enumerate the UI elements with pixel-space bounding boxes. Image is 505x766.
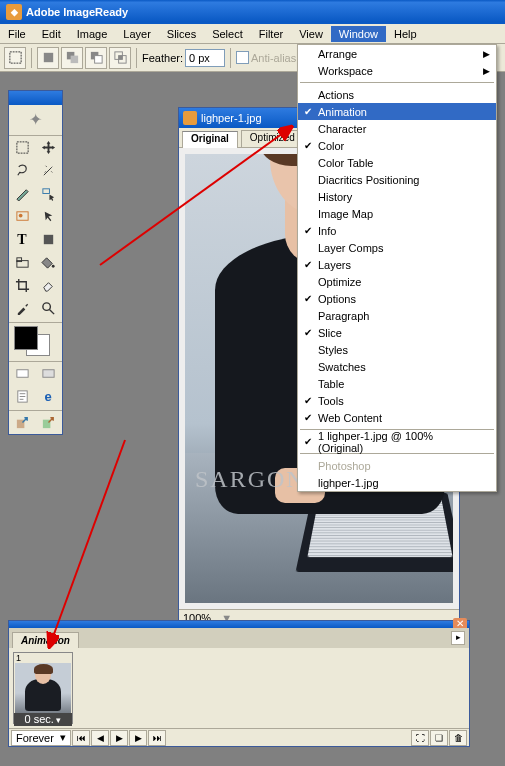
menu-image[interactable]: Image: [69, 26, 116, 42]
marquee-tool-icon[interactable]: [4, 47, 26, 69]
svg-point-17: [42, 303, 50, 311]
svg-rect-1: [43, 53, 52, 62]
menu-item-swatches[interactable]: Swatches: [298, 358, 496, 375]
eyedropper-tool[interactable]: [9, 297, 35, 320]
menu-item-color[interactable]: ✔Color: [298, 137, 496, 154]
menu-item-slice[interactable]: ✔Slice: [298, 324, 496, 341]
menu-item-image-map[interactable]: Image Map: [298, 205, 496, 222]
paint-bucket-tool[interactable]: [35, 251, 61, 274]
eraser-tool[interactable]: [35, 274, 61, 297]
menu-item-tools[interactable]: ✔Tools: [298, 392, 496, 409]
menu-item-workspace[interactable]: Workspace▶: [298, 62, 496, 79]
zoom-tool[interactable]: [35, 297, 61, 320]
menu-edit[interactable]: Edit: [34, 26, 69, 42]
sel-add-icon[interactable]: [61, 47, 83, 69]
svg-rect-19: [42, 370, 53, 378]
svg-rect-11: [16, 212, 27, 220]
menu-item-options[interactable]: ✔Options: [298, 290, 496, 307]
animation-frames: 1 0 sec. ▾: [9, 648, 469, 728]
type-tool[interactable]: T: [9, 228, 35, 251]
move-tool[interactable]: [35, 136, 61, 159]
tab-original[interactable]: Original: [182, 131, 238, 148]
menubar: File Edit Image Layer Slices Select Filt…: [0, 24, 505, 44]
app-icon: ◆: [6, 4, 22, 20]
loop-selector[interactable]: Forever▾: [11, 730, 71, 746]
sel-new-icon[interactable]: [37, 47, 59, 69]
menu-item-styles[interactable]: Styles: [298, 341, 496, 358]
menu-item-paragraph[interactable]: Paragraph: [298, 307, 496, 324]
menu-file[interactable]: File: [0, 26, 34, 42]
menu-item-actions[interactable]: Actions: [298, 86, 496, 103]
prev-frame-button[interactable]: ◀: [91, 730, 109, 746]
feather-label: Feather:: [142, 52, 183, 64]
menu-item-web-content[interactable]: ✔Web Content: [298, 409, 496, 426]
svg-rect-18: [16, 370, 27, 378]
last-frame-button[interactable]: ⏭: [148, 730, 166, 746]
frame-number: 1: [14, 653, 72, 663]
color-swatches[interactable]: [9, 323, 62, 359]
slice-select-tool[interactable]: [35, 182, 61, 205]
toolbox-titlebar[interactable]: [9, 91, 62, 105]
delete-frame-button[interactable]: 🗑: [449, 730, 467, 746]
app-title: Adobe ImageReady: [26, 6, 128, 18]
menu-item-animation[interactable]: ✔Animation: [298, 103, 496, 120]
menu-item-table[interactable]: Table: [298, 375, 496, 392]
rollover-over-icon[interactable]: [35, 362, 61, 385]
animation-tab[interactable]: Animation: [12, 632, 79, 648]
jump-other-icon[interactable]: [35, 411, 61, 434]
tween-button[interactable]: ⛶: [411, 730, 429, 746]
menu-item-character[interactable]: Character: [298, 120, 496, 137]
slice-tool[interactable]: [9, 182, 35, 205]
menu-item-layers[interactable]: ✔Layers: [298, 256, 496, 273]
menu-view[interactable]: View: [291, 26, 331, 42]
sel-sub-icon[interactable]: [85, 47, 107, 69]
svg-rect-13: [43, 235, 52, 244]
menu-slices[interactable]: Slices: [159, 26, 204, 42]
play-button[interactable]: ▶: [110, 730, 128, 746]
menu-window[interactable]: Window: [331, 26, 386, 42]
crop-tool[interactable]: [9, 274, 35, 297]
image-map-select-tool[interactable]: [35, 205, 61, 228]
menu-item-history[interactable]: History: [298, 188, 496, 205]
menu-item-color-table[interactable]: Color Table: [298, 154, 496, 171]
menu-item-layer-comps[interactable]: Layer Comps: [298, 239, 496, 256]
antialias-checkbox[interactable]: [236, 51, 249, 64]
panel-menu-icon[interactable]: ▸: [451, 631, 465, 645]
first-frame-button[interactable]: ⏮: [72, 730, 90, 746]
preview-doc-icon[interactable]: [9, 385, 35, 408]
sel-int-icon[interactable]: [109, 47, 131, 69]
marquee-tool[interactable]: [9, 136, 35, 159]
wand-tool[interactable]: [35, 159, 61, 182]
feather-input[interactable]: [185, 49, 225, 67]
svg-rect-3: [70, 56, 78, 64]
menu-layer[interactable]: Layer: [115, 26, 159, 42]
menu-item-arrange[interactable]: Arrange▶: [298, 45, 496, 62]
next-frame-button[interactable]: ▶: [129, 730, 147, 746]
rollover-normal-icon[interactable]: [9, 362, 35, 385]
animation-panel: ✕ Animation ▸ 1 0 sec. ▾ Forever▾ ⏮ ◀ ▶ …: [8, 620, 470, 747]
titlebar: ◆ Adobe ImageReady: [0, 0, 505, 24]
shape-tool[interactable]: [35, 228, 61, 251]
menu-select[interactable]: Select: [204, 26, 251, 42]
image-map-tool[interactable]: [9, 205, 35, 228]
jump-photoshop-icon[interactable]: [9, 411, 35, 434]
tab-rect-tool[interactable]: [9, 251, 35, 274]
new-frame-button[interactable]: ❏: [430, 730, 448, 746]
menu-item-optimize[interactable]: Optimize: [298, 273, 496, 290]
menu-item-diacritics-positioning[interactable]: Diacritics Positioning: [298, 171, 496, 188]
menu-item-info[interactable]: ✔Info: [298, 222, 496, 239]
preview-browser-icon[interactable]: e: [35, 385, 61, 408]
toolbox: ✦ T: [8, 90, 63, 435]
svg-rect-0: [9, 52, 20, 63]
animation-titlebar[interactable]: ✕: [9, 621, 469, 628]
imageready-logo-icon: ✦: [29, 110, 42, 129]
menu-item-1-lighper-1-jpg-100-original-[interactable]: ✔1 lighper-1.jpg @ 100% (Original): [298, 433, 496, 450]
animation-frame[interactable]: 1 0 sec. ▾: [13, 652, 73, 724]
menu-help[interactable]: Help: [386, 26, 425, 42]
tab-optimized[interactable]: Optimized: [241, 130, 304, 147]
menu-item-lighper-1-jpg[interactable]: lighper-1.jpg: [298, 474, 496, 491]
lasso-tool[interactable]: [9, 159, 35, 182]
menu-filter[interactable]: Filter: [251, 26, 291, 42]
svg-rect-9: [16, 142, 27, 153]
frame-delay[interactable]: 0 sec. ▾: [14, 713, 72, 726]
